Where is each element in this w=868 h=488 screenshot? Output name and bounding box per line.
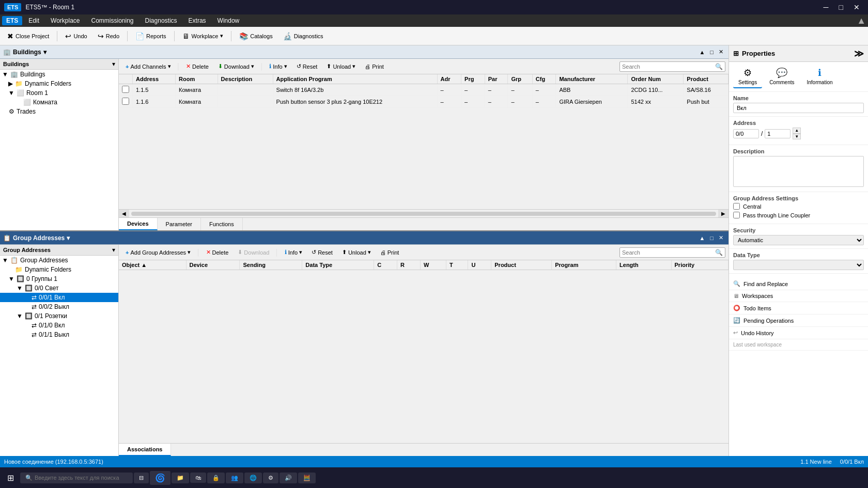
tab-functions[interactable]: Functions [201, 218, 243, 230]
buildings-collapse-btn[interactable]: ▲ [697, 48, 707, 56]
ga-collapse-btn[interactable]: ▲ [697, 234, 707, 242]
tree-item-dynamic-folders[interactable]: ▶ 📁 Dynamic Folders [0, 79, 118, 88]
taskbar-search-input[interactable] [35, 475, 128, 481]
ga-col-priority[interactable]: Priority [671, 260, 728, 270]
scroll-left-btn[interactable]: ◀ [119, 210, 129, 217]
menu-workplace[interactable]: Workplace [45, 16, 85, 25]
prop-address-input1[interactable] [733, 129, 759, 138]
ga-close-btn[interactable]: ✕ [717, 234, 725, 242]
scroll-right-btn[interactable]: ▶ [718, 210, 729, 217]
pass-through-checkbox[interactable] [733, 212, 740, 218]
col-product[interactable]: Product [684, 74, 729, 84]
download-button[interactable]: ⬇ Download ▾ [214, 62, 258, 71]
buildings-dropdown-icon[interactable]: ▾ [43, 49, 47, 56]
print-button[interactable]: 🖨 Print [361, 62, 388, 71]
ga-tree-dropdown[interactable]: ▾ [112, 246, 115, 254]
buildings-close-btn[interactable]: ✕ [717, 48, 725, 56]
chrome-btn[interactable]: 🌐 [244, 473, 262, 483]
ga-col-t[interactable]: T [446, 260, 468, 270]
reset-ga-button[interactable]: ↺ Reset [308, 248, 336, 257]
tree-item-group002[interactable]: ▶ ⇄ 0/0/2 Выкл [0, 302, 118, 311]
info-ga-button[interactable]: ℹ Info ▾ [281, 248, 306, 257]
maximize-button[interactable]: □ [835, 2, 847, 12]
add-group-button[interactable]: + Add Group Addresses ▾ [122, 248, 194, 257]
table-row[interactable]: 1.1.6 Комната Push button sensor 3 plus … [119, 96, 729, 108]
menu-edit[interactable]: Edit [23, 16, 44, 25]
col-address[interactable]: Address [133, 74, 176, 84]
tree-item-group00[interactable]: ▼ 🔲 0/0 Свет [0, 284, 118, 293]
side-item-undo-history[interactable]: ↩ Undo History [729, 327, 868, 339]
close-project-button[interactable]: ✖ Close Project [3, 30, 53, 42]
tree-item-ga-df[interactable]: ▶ 📁 Dynamic Folders [0, 265, 118, 274]
ga-col-program[interactable]: Program [552, 260, 616, 270]
ga-restore-btn[interactable]: □ [708, 234, 716, 242]
ga-col-r[interactable]: R [397, 260, 421, 270]
row-checkbox-0[interactable] [122, 86, 129, 93]
table-row[interactable]: 1.1.5 Комната Switch 8f 16A/3.2b – – – – [119, 84, 729, 96]
info-button[interactable]: ℹ Info ▾ [266, 62, 290, 71]
ga-dropdown-icon[interactable]: ▾ [67, 234, 70, 242]
catalogs-button[interactable]: 📚 Catalogs [235, 30, 276, 42]
tree-item-komnata[interactable]: ▶ ⬜ Комната [0, 98, 118, 107]
ga-col-object[interactable]: Object ▲ [119, 260, 186, 270]
start-button[interactable]: ⊞ [2, 471, 19, 485]
spin-down-btn[interactable]: ▼ [793, 134, 801, 140]
tree-item-buildings[interactable]: ▼ 🏢 Buildings [0, 70, 118, 79]
properties-expand-icon[interactable]: ≫ [854, 48, 864, 59]
menu-commissioning[interactable]: Commissioning [86, 16, 139, 25]
sound-btn[interactable]: 🔊 [280, 473, 297, 483]
menu-window[interactable]: Window [212, 16, 245, 25]
col-grp[interactable]: Grp [508, 74, 532, 84]
undo-button[interactable]: ↩ Undo [61, 30, 91, 42]
minimize-button[interactable]: ─ [819, 2, 833, 12]
ga-col-device[interactable]: Device [186, 260, 240, 270]
teams-btn[interactable]: 👥 [226, 473, 243, 483]
ga-col-sending[interactable]: Sending [240, 260, 302, 270]
ga-col-w[interactable]: W [420, 260, 446, 270]
ga-col-datatype[interactable]: Data Type [302, 260, 374, 270]
col-manufacturer[interactable]: Manufacturer [556, 74, 628, 84]
menu-extras[interactable]: Extras [183, 16, 211, 25]
tab-devices[interactable]: Devices [119, 218, 158, 230]
col-adr[interactable]: Adr [437, 74, 461, 84]
tree-item-group011[interactable]: ▶ ⇄ 0/1/1 Выкл [0, 330, 118, 339]
tree-item-group01[interactable]: ▼ 🔲 0/1 Розетки [0, 311, 118, 321]
prop-desc-textarea[interactable] [733, 156, 864, 187]
diagnostics-button[interactable]: 🔬 Diagnostics [279, 30, 328, 42]
unload-button[interactable]: ⬆ Unload ▾ [323, 62, 359, 71]
prop-datatype-select[interactable] [733, 260, 864, 270]
buildings-tree-dropdown[interactable]: ▾ [112, 60, 115, 68]
ga-col-c[interactable]: C [374, 260, 397, 270]
task-view-btn[interactable]: ⊟ [134, 473, 149, 483]
redo-button[interactable]: ↪ Redo [94, 30, 123, 42]
col-app-program[interactable]: Application Program [273, 74, 437, 84]
workplace-button[interactable]: 🖥 Workplace ▾ [178, 30, 228, 42]
col-order-num[interactable]: Order Num [628, 74, 684, 84]
print-ga-button[interactable]: 🖨 Print [377, 248, 403, 257]
ga-search-input[interactable] [622, 249, 715, 256]
tree-item-group0[interactable]: ▼ 🔲 0 Группы 1 [0, 274, 118, 284]
h-scrollbar[interactable]: ◀ ▶ [119, 209, 729, 217]
prop-address-input2[interactable] [765, 129, 791, 138]
close-button[interactable]: ✕ [849, 2, 864, 12]
spin-up-btn[interactable]: ▲ [793, 128, 801, 134]
prop-security-select[interactable]: Automatic [733, 235, 864, 245]
tree-item-group010[interactable]: ▶ ⇄ 0/1/0 Вкл [0, 321, 118, 330]
ga-col-u[interactable]: U [468, 260, 491, 270]
col-cfg[interactable]: Cfg [532, 74, 556, 84]
settings-btn[interactable]: ⚙ [263, 473, 278, 483]
reports-button[interactable]: 📄 Reports [131, 30, 171, 42]
buildings-restore-btn[interactable]: □ [708, 48, 716, 56]
download-ga-button[interactable]: ⬇ Download [234, 248, 273, 257]
reset-button[interactable]: ↺ Reset [293, 62, 321, 71]
menu-ets[interactable]: ETS [2, 16, 22, 25]
prop-settings-btn[interactable]: ⚙ Settings [733, 65, 762, 88]
calc-btn[interactable]: 🧮 [298, 473, 316, 483]
explorer-btn[interactable]: 📁 [172, 473, 189, 483]
central-checkbox[interactable] [733, 203, 740, 210]
buildings-search-input[interactable] [622, 64, 715, 70]
col-room[interactable]: Room [176, 74, 218, 84]
add-channels-button[interactable]: + Add Channels ▾ [122, 62, 175, 71]
edge-btn[interactable]: 🌀 [150, 471, 171, 485]
side-item-pending[interactable]: 🔄 Pending Operations [729, 314, 868, 327]
